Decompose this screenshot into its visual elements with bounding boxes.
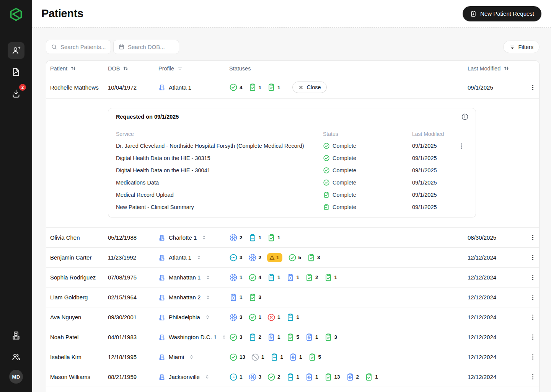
profile-selector-icon[interactable] xyxy=(205,294,211,300)
service-last-modified: 09/1/2025 xyxy=(412,192,454,198)
nav-patients-add-icon[interactable] xyxy=(8,42,24,59)
nav-reports-icon[interactable] xyxy=(8,64,24,80)
table-row[interactable]: Noah Patel04/01/1983Washington D.C. 1321… xyxy=(46,327,539,347)
profile-selector-icon[interactable] xyxy=(221,334,227,340)
profile-cell: Philadelphia xyxy=(158,314,229,321)
clipboard-gear-icon xyxy=(289,353,297,361)
column-profile[interactable]: Profile xyxy=(158,65,229,72)
status-count: 1 xyxy=(277,85,280,90)
status-count: 1 xyxy=(297,314,300,320)
status-check-circle: 13 xyxy=(229,353,245,361)
profile-selector-icon[interactable] xyxy=(205,274,211,280)
service-name: Medical Record Upload xyxy=(116,192,323,198)
user-avatar[interactable]: MD xyxy=(9,370,23,384)
row-menu-button[interactable] xyxy=(525,254,540,261)
patient-name: Olivia Chen xyxy=(46,234,108,241)
search-dob-input[interactable] xyxy=(128,44,174,50)
sort-icon[interactable] xyxy=(70,65,77,72)
row-menu-button[interactable] xyxy=(525,274,540,281)
column-dob[interactable]: DOB xyxy=(108,65,158,72)
status-clipboard-up: 1 xyxy=(267,83,280,91)
service-row: New Patient - Clinical SummaryComplete09… xyxy=(116,201,468,213)
status-count: 5 xyxy=(318,354,321,360)
status-clipboard-gear: 1 xyxy=(289,353,302,361)
column-last-modified[interactable]: Last Modified xyxy=(468,65,525,72)
table-row[interactable]: Rochelle Matthews10/04/1972Atlanta 1411C… xyxy=(46,76,539,98)
close-button[interactable]: Close xyxy=(292,82,327,93)
status-clipboard-gear: 1 xyxy=(229,293,243,302)
row-menu-button[interactable] xyxy=(525,314,540,321)
status-count: 5 xyxy=(297,334,300,340)
clipboard-dots-icon xyxy=(270,353,279,361)
status-x-circle: 1 xyxy=(267,313,280,322)
status-count: 1 xyxy=(276,255,279,260)
table-row[interactable]: Benjamin Carter11/23/1992Atlanta 1321531… xyxy=(46,247,539,267)
search-patients-input[interactable] xyxy=(60,44,106,50)
status-clipboard-up: 1 xyxy=(267,234,280,242)
info-icon[interactable] xyxy=(461,113,469,121)
status-count: 1 xyxy=(259,314,262,320)
profile-selector-icon[interactable] xyxy=(204,374,210,380)
search-patients-box[interactable] xyxy=(46,40,111,54)
profile-selector-icon[interactable] xyxy=(196,255,202,260)
service-menu-button[interactable] xyxy=(454,142,469,150)
clipboard-up-icon xyxy=(324,333,333,341)
status-count: 1 xyxy=(240,374,243,380)
table-row[interactable]: Ava Nguyen09/30/2001Philadelphia311112/1… xyxy=(46,307,539,327)
row-menu-button[interactable] xyxy=(525,333,540,341)
row-menu-button[interactable] xyxy=(525,84,540,91)
table-row[interactable]: Liam Goldberg02/15/1964Manhattan 21312/1… xyxy=(46,287,539,307)
service-row: Digital Health Data on the HIE - 30315Co… xyxy=(116,152,468,164)
status-check-circle: 2 xyxy=(267,373,280,381)
status-count: 1 xyxy=(280,354,284,360)
check-circle-icon xyxy=(267,373,276,381)
row-menu-button[interactable] xyxy=(525,294,540,301)
row-menu-button[interactable] xyxy=(525,373,540,381)
table-row[interactable]: Mason Williams08/21/1959Jacksonville1321… xyxy=(46,367,539,387)
topbar: Patients New Patient Request xyxy=(32,0,551,28)
app-logo-icon[interactable] xyxy=(8,6,24,23)
sort-icon[interactable] xyxy=(503,65,510,72)
patient-dob: 11/23/1992 xyxy=(108,254,158,261)
status-clipboard-gear-up: 2 xyxy=(346,373,359,381)
row-menu-button[interactable] xyxy=(525,353,540,361)
status-count: 2 xyxy=(356,374,359,380)
sort-icon[interactable] xyxy=(122,65,129,72)
request-panel-header: Requested on 09/1/2025 xyxy=(108,108,476,125)
filter-icon[interactable] xyxy=(177,65,183,72)
new-patient-request-button[interactable]: New Patient Request xyxy=(463,6,541,21)
profile-selector-icon[interactable] xyxy=(189,354,194,360)
service-last-modified: 09/1/2025 xyxy=(412,204,454,210)
filters-button[interactable]: Filters xyxy=(503,41,540,53)
nav-downloads-icon[interactable]: 2 xyxy=(8,85,24,102)
status-clipboard-check: 13 xyxy=(324,373,340,381)
profile-selector-icon[interactable] xyxy=(205,314,210,320)
clipboard-check-icon xyxy=(305,273,313,282)
status-clipboard-up: 3 xyxy=(324,333,337,341)
status-count: 1 xyxy=(261,354,264,360)
profile-selector-icon[interactable] xyxy=(201,235,207,240)
circle-dots-icon xyxy=(229,373,238,381)
table-row[interactable]: Sophia Rodriguez07/08/1975Manhattan 1141… xyxy=(46,267,539,287)
service-row: Dr. Jared Cleveland - Northside Hospital… xyxy=(116,140,468,152)
nav-team-icon[interactable] xyxy=(8,348,24,365)
clipboard-up-icon xyxy=(267,83,276,91)
patient-dob: 05/12/1988 xyxy=(108,234,158,241)
table-row-partial[interactable] xyxy=(46,387,539,392)
column-patient[interactable]: Patient xyxy=(46,65,108,72)
status-count: 1 xyxy=(277,274,280,280)
status-count: 5 xyxy=(298,255,302,260)
table-row[interactable]: Isabella Kim12/18/1995Miami13111512/12/2… xyxy=(46,347,539,367)
check-circle-icon xyxy=(323,142,330,149)
nav-facility-icon[interactable] xyxy=(8,327,24,344)
status-count: 1 xyxy=(277,334,280,340)
last-modified: 12/12/2024 xyxy=(468,254,525,261)
search-dob-box[interactable] xyxy=(113,40,179,54)
service-status-label: Complete xyxy=(333,167,356,173)
check-circle-icon xyxy=(288,253,297,262)
patient-dob: 07/08/1975 xyxy=(108,274,158,281)
table-row[interactable]: Olivia Chen05/12/1988Charlotte 121108/30… xyxy=(46,227,539,247)
status-count: 13 xyxy=(334,374,340,380)
row-menu-button[interactable] xyxy=(525,234,540,241)
status-clipboard-gear: 1 xyxy=(286,273,300,282)
